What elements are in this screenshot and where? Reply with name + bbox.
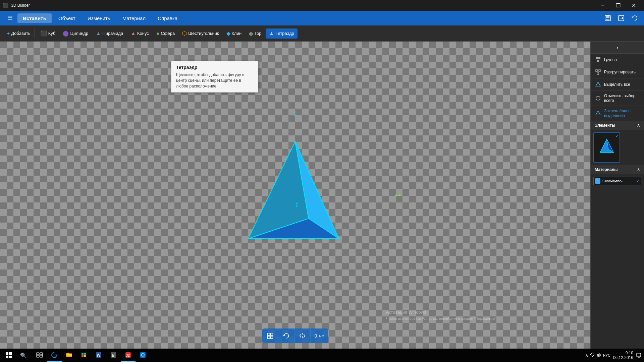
taskbar-app-calc[interactable]: 🖩 <box>106 349 121 362</box>
materials-collapse-icon[interactable]: ∧ <box>637 167 640 172</box>
taskbar-app-store[interactable] <box>76 349 91 362</box>
cone-label: Конус <box>137 31 149 36</box>
panel-ungroup[interactable]: Разгруппировать <box>591 66 644 78</box>
lock-select-label: Закреплённое выделение <box>604 109 640 118</box>
menu-change[interactable]: Изменить <box>82 13 116 23</box>
network-icon <box>590 353 595 358</box>
shape-cylinder[interactable]: ⬤ Цилиндр <box>59 28 92 39</box>
panel-group[interactable]: Группа <box>591 54 644 66</box>
add-button[interactable]: + Добавить <box>3 28 35 39</box>
select-all-icon <box>595 81 601 88</box>
svg-rect-16 <box>597 60 599 62</box>
material-glow[interactable]: Glow-in-the-... ✓ <box>593 177 641 185</box>
taskbar-app-word[interactable]: W <box>91 349 106 362</box>
svg-text:🖩: 🖩 <box>112 354 115 357</box>
taskbar-right: ∧ РУС 9:10 06.12.2016 <box>585 351 641 360</box>
shape-torus[interactable]: ◎ Тор <box>246 29 265 38</box>
search-button[interactable]: 🔍 <box>16 349 31 362</box>
menu-material[interactable]: Материал <box>117 13 151 23</box>
svg-rect-34 <box>84 353 86 355</box>
material-check-icon: ✓ <box>636 179 640 183</box>
notification-icon[interactable] <box>636 353 641 358</box>
panel-lock-select[interactable]: Закреплённое выделение <box>591 106 644 121</box>
systray-arrow[interactable]: ∧ <box>585 353 588 358</box>
svg-rect-32 <box>40 355 43 357</box>
panel-deselect[interactable]: Отменить выбор всего <box>591 91 644 106</box>
panel-collapse-button[interactable]: › <box>591 42 644 54</box>
deselect-icon <box>595 95 601 102</box>
tetrahedron-object[interactable]: ↕ ↔ ↕ <box>228 128 362 262</box>
rotate-button[interactable] <box>278 328 294 343</box>
tooltip-title: Тетраэдр <box>176 65 253 70</box>
save-icon[interactable] <box>602 13 613 23</box>
taskbar-app-cortana[interactable] <box>136 349 150 362</box>
tooltip: Тетраэдр Щелкните, чтобы добавить фигуру… <box>171 61 258 93</box>
select-all-label: Выделить все <box>604 82 630 87</box>
shape-wedge[interactable]: ◆ Клин <box>223 28 245 39</box>
right-arrow-handle[interactable]: ↔ <box>393 190 402 200</box>
taskbar-app-explorer[interactable] <box>62 349 76 362</box>
svg-rect-27 <box>6 356 8 358</box>
activation-line2: Чтобы активировать Windows, перейдите в … <box>386 316 496 322</box>
shape-sphere[interactable]: ● Сфера <box>153 28 178 39</box>
canvas-area[interactable]: Тетраэдр Щелкните, чтобы добавить фигуру… <box>0 42 590 349</box>
export-icon[interactable] <box>616 13 627 23</box>
main-area: Тетраэдр Щелкните, чтобы добавить фигуру… <box>0 42 644 349</box>
element-thumb-1[interactable] <box>593 132 620 163</box>
up-arrow-handle[interactable]: ↕ <box>293 108 298 119</box>
svg-text:↕: ↕ <box>295 199 299 208</box>
elements-section-header: Элементы ∧ <box>591 121 644 130</box>
shape-cone[interactable]: ▲ Конус <box>127 28 152 39</box>
svg-text:W: W <box>97 353 101 358</box>
minimize-button[interactable]: − <box>595 0 610 11</box>
menu-insert[interactable]: Вставить <box>17 13 52 23</box>
tetrahedron-svg: ↕ <box>231 131 359 259</box>
svg-rect-33 <box>82 353 84 355</box>
svg-rect-12 <box>270 336 273 339</box>
mirror-button[interactable] <box>294 328 311 343</box>
pyramid-label: Пирамида <box>102 31 123 36</box>
snap-button[interactable] <box>262 328 278 343</box>
svg-rect-15 <box>598 57 600 59</box>
svg-rect-14 <box>596 57 598 59</box>
cube-label: Куб <box>48 31 56 36</box>
taskbar-app-3dbuilder[interactable]: 3D <box>121 349 136 362</box>
shape-tetrahedron[interactable]: ▲ Тетраэдр <box>266 28 298 39</box>
hexagon-icon: ⬡ <box>182 30 187 37</box>
taskbar-apps: W 🖩 3D <box>32 349 150 362</box>
menu-object[interactable]: Объект <box>53 13 81 23</box>
group-label: Группа <box>604 57 617 62</box>
time-display: 9:10 <box>613 351 633 355</box>
shape-cube[interactable]: ⬛ Куб <box>37 28 59 39</box>
taskbar-app-taskview[interactable] <box>32 349 47 362</box>
panel-select-all[interactable]: Выделить все <box>591 78 644 91</box>
bottom-controls: 0 мм <box>262 328 328 343</box>
menu-help[interactable]: Справка <box>152 13 183 23</box>
svg-rect-43 <box>140 352 146 358</box>
restore-button[interactable]: ❐ <box>610 0 626 11</box>
titlebar-controls: − ❐ ✕ <box>595 0 641 11</box>
toolbar: + Добавить ⬛ Куб ⬤ Цилиндр ▲ Пирамида ▲ … <box>0 25 644 42</box>
sphere-icon: ● <box>156 31 160 37</box>
wedge-label: Клин <box>232 31 242 36</box>
svg-rect-18 <box>599 70 600 71</box>
undo-icon[interactable] <box>629 13 640 23</box>
lang-label[interactable]: РУС <box>603 353 610 357</box>
date-display: 06.12.2016 <box>613 355 633 360</box>
start-button[interactable] <box>1 349 16 362</box>
svg-text:3D: 3D <box>126 354 130 357</box>
svg-rect-11 <box>267 336 270 339</box>
close-button[interactable]: ✕ <box>626 0 641 11</box>
svg-rect-35 <box>82 355 84 357</box>
svg-rect-1 <box>606 15 609 18</box>
svg-rect-2 <box>606 19 609 20</box>
elements-collapse-icon[interactable]: ∧ <box>637 123 640 128</box>
taskbar-app-edge[interactable] <box>47 349 62 362</box>
plus-icon: + <box>7 31 10 37</box>
titlebar: ⬛ 3D Builder − ❐ ✕ <box>0 0 644 11</box>
shape-hexagon[interactable]: ⬡ Шестиугольник <box>179 28 222 39</box>
scene: ↕ ↔ ↕ <box>0 42 590 349</box>
shape-pyramid[interactable]: ▲ Пирамида <box>92 28 126 39</box>
svg-rect-45 <box>637 353 641 357</box>
hamburger-menu-button[interactable]: ☰ <box>4 12 16 24</box>
